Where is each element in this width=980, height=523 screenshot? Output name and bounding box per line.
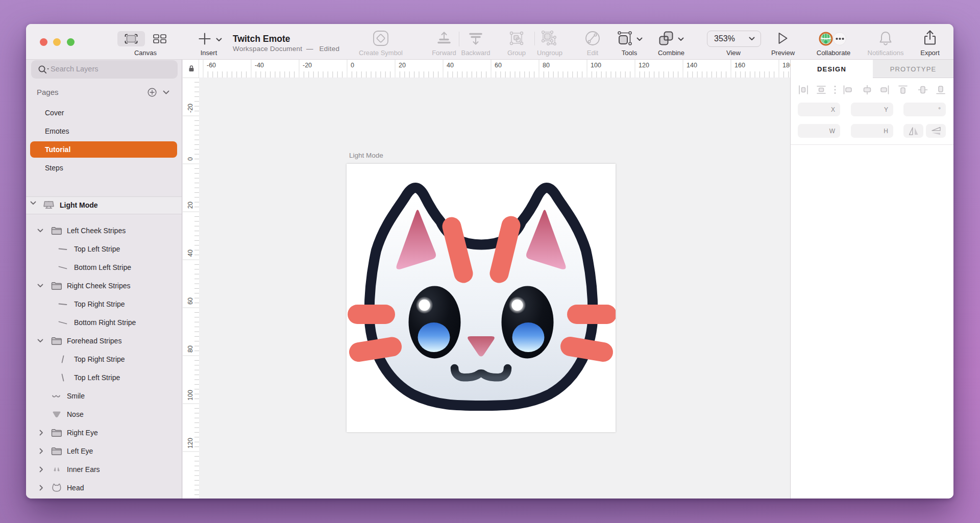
- svg-text:80: 80: [543, 62, 550, 69]
- svg-text:140: 140: [687, 62, 697, 69]
- svg-text:40: 40: [187, 250, 194, 257]
- svg-text:-60: -60: [207, 62, 216, 69]
- svg-text:180: 180: [782, 62, 790, 69]
- svg-text:80: 80: [187, 345, 194, 353]
- svg-text:20: 20: [399, 62, 406, 69]
- svg-text:20: 20: [187, 202, 194, 209]
- svg-text:40: 40: [447, 62, 454, 69]
- svg-text:100: 100: [187, 390, 194, 401]
- svg-text:-40: -40: [255, 62, 264, 69]
- svg-text:-20: -20: [187, 104, 194, 113]
- svg-text:100: 100: [591, 62, 601, 69]
- svg-text:0: 0: [351, 62, 354, 69]
- svg-text:60: 60: [187, 297, 194, 305]
- svg-text:120: 120: [187, 438, 194, 449]
- svg-text:160: 160: [734, 62, 745, 69]
- svg-text:0: 0: [187, 157, 194, 161]
- svg-text:60: 60: [495, 62, 502, 69]
- svg-text:-20: -20: [303, 62, 312, 69]
- svg-text:120: 120: [639, 62, 649, 69]
